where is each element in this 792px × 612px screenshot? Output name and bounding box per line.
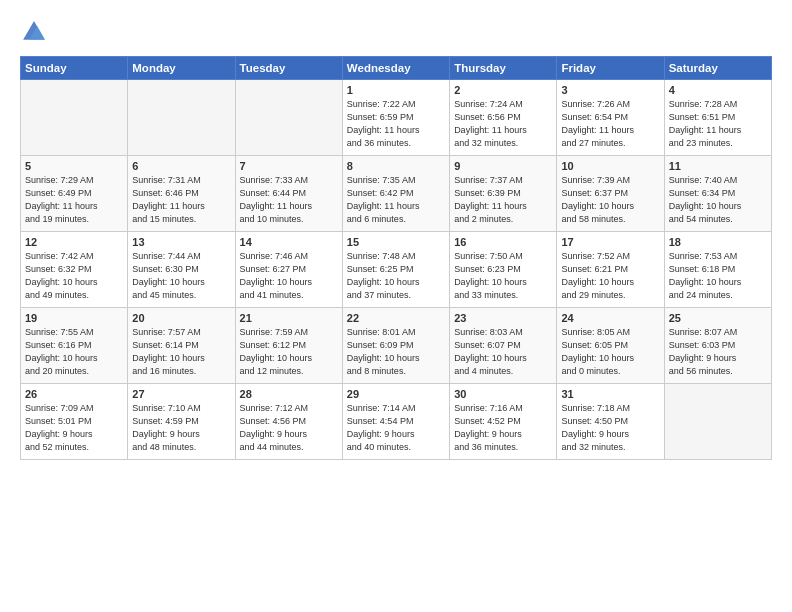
day-info: Sunrise: 7:14 AM Sunset: 4:54 PM Dayligh… (347, 402, 445, 454)
page: SundayMondayTuesdayWednesdayThursdayFrid… (0, 0, 792, 612)
day-number: 16 (454, 236, 552, 248)
day-number: 25 (669, 312, 767, 324)
day-info: Sunrise: 7:59 AM Sunset: 6:12 PM Dayligh… (240, 326, 338, 378)
logo (20, 18, 50, 46)
day-info: Sunrise: 7:18 AM Sunset: 4:50 PM Dayligh… (561, 402, 659, 454)
day-number: 11 (669, 160, 767, 172)
day-number: 28 (240, 388, 338, 400)
day-info: Sunrise: 7:16 AM Sunset: 4:52 PM Dayligh… (454, 402, 552, 454)
day-number: 15 (347, 236, 445, 248)
day-info: Sunrise: 7:53 AM Sunset: 6:18 PM Dayligh… (669, 250, 767, 302)
calendar-cell: 8Sunrise: 7:35 AM Sunset: 6:42 PM Daylig… (342, 156, 449, 232)
day-info: Sunrise: 7:24 AM Sunset: 6:56 PM Dayligh… (454, 98, 552, 150)
weekday-header-row: SundayMondayTuesdayWednesdayThursdayFrid… (21, 57, 772, 80)
day-info: Sunrise: 8:03 AM Sunset: 6:07 PM Dayligh… (454, 326, 552, 378)
day-number: 19 (25, 312, 123, 324)
day-number: 12 (25, 236, 123, 248)
calendar-cell: 10Sunrise: 7:39 AM Sunset: 6:37 PM Dayli… (557, 156, 664, 232)
day-info: Sunrise: 7:57 AM Sunset: 6:14 PM Dayligh… (132, 326, 230, 378)
day-number: 13 (132, 236, 230, 248)
calendar-cell: 5Sunrise: 7:29 AM Sunset: 6:49 PM Daylig… (21, 156, 128, 232)
calendar-cell (235, 80, 342, 156)
day-info: Sunrise: 7:26 AM Sunset: 6:54 PM Dayligh… (561, 98, 659, 150)
day-number: 10 (561, 160, 659, 172)
weekday-header-thursday: Thursday (450, 57, 557, 80)
calendar-cell: 17Sunrise: 7:52 AM Sunset: 6:21 PM Dayli… (557, 232, 664, 308)
calendar-cell: 1Sunrise: 7:22 AM Sunset: 6:59 PM Daylig… (342, 80, 449, 156)
calendar-cell: 18Sunrise: 7:53 AM Sunset: 6:18 PM Dayli… (664, 232, 771, 308)
day-number: 9 (454, 160, 552, 172)
weekday-header-friday: Friday (557, 57, 664, 80)
day-info: Sunrise: 7:52 AM Sunset: 6:21 PM Dayligh… (561, 250, 659, 302)
week-row-1: 1Sunrise: 7:22 AM Sunset: 6:59 PM Daylig… (21, 80, 772, 156)
calendar-cell: 24Sunrise: 8:05 AM Sunset: 6:05 PM Dayli… (557, 308, 664, 384)
day-number: 29 (347, 388, 445, 400)
day-info: Sunrise: 7:33 AM Sunset: 6:44 PM Dayligh… (240, 174, 338, 226)
day-number: 31 (561, 388, 659, 400)
day-number: 26 (25, 388, 123, 400)
day-number: 24 (561, 312, 659, 324)
calendar-cell: 22Sunrise: 8:01 AM Sunset: 6:09 PM Dayli… (342, 308, 449, 384)
calendar-cell: 30Sunrise: 7:16 AM Sunset: 4:52 PM Dayli… (450, 384, 557, 460)
day-number: 17 (561, 236, 659, 248)
day-number: 3 (561, 84, 659, 96)
weekday-header-wednesday: Wednesday (342, 57, 449, 80)
calendar-cell: 27Sunrise: 7:10 AM Sunset: 4:59 PM Dayli… (128, 384, 235, 460)
day-info: Sunrise: 7:50 AM Sunset: 6:23 PM Dayligh… (454, 250, 552, 302)
day-number: 4 (669, 84, 767, 96)
day-number: 14 (240, 236, 338, 248)
weekday-header-saturday: Saturday (664, 57, 771, 80)
day-info: Sunrise: 8:01 AM Sunset: 6:09 PM Dayligh… (347, 326, 445, 378)
weekday-header-sunday: Sunday (21, 57, 128, 80)
day-info: Sunrise: 7:12 AM Sunset: 4:56 PM Dayligh… (240, 402, 338, 454)
weekday-header-monday: Monday (128, 57, 235, 80)
calendar-cell: 4Sunrise: 7:28 AM Sunset: 6:51 PM Daylig… (664, 80, 771, 156)
day-info: Sunrise: 7:39 AM Sunset: 6:37 PM Dayligh… (561, 174, 659, 226)
day-info: Sunrise: 7:09 AM Sunset: 5:01 PM Dayligh… (25, 402, 123, 454)
day-info: Sunrise: 8:07 AM Sunset: 6:03 PM Dayligh… (669, 326, 767, 378)
day-info: Sunrise: 7:42 AM Sunset: 6:32 PM Dayligh… (25, 250, 123, 302)
day-info: Sunrise: 7:44 AM Sunset: 6:30 PM Dayligh… (132, 250, 230, 302)
day-number: 27 (132, 388, 230, 400)
day-info: Sunrise: 7:48 AM Sunset: 6:25 PM Dayligh… (347, 250, 445, 302)
day-info: Sunrise: 7:10 AM Sunset: 4:59 PM Dayligh… (132, 402, 230, 454)
calendar-cell: 6Sunrise: 7:31 AM Sunset: 6:46 PM Daylig… (128, 156, 235, 232)
day-number: 23 (454, 312, 552, 324)
day-number: 5 (25, 160, 123, 172)
header (20, 18, 772, 46)
day-info: Sunrise: 7:55 AM Sunset: 6:16 PM Dayligh… (25, 326, 123, 378)
calendar-cell (664, 384, 771, 460)
calendar-cell: 13Sunrise: 7:44 AM Sunset: 6:30 PM Dayli… (128, 232, 235, 308)
logo-icon (20, 18, 48, 46)
day-number: 2 (454, 84, 552, 96)
day-info: Sunrise: 7:40 AM Sunset: 6:34 PM Dayligh… (669, 174, 767, 226)
calendar-cell: 25Sunrise: 8:07 AM Sunset: 6:03 PM Dayli… (664, 308, 771, 384)
day-number: 6 (132, 160, 230, 172)
calendar-cell: 20Sunrise: 7:57 AM Sunset: 6:14 PM Dayli… (128, 308, 235, 384)
calendar-cell: 9Sunrise: 7:37 AM Sunset: 6:39 PM Daylig… (450, 156, 557, 232)
calendar-cell: 21Sunrise: 7:59 AM Sunset: 6:12 PM Dayli… (235, 308, 342, 384)
calendar-cell: 16Sunrise: 7:50 AM Sunset: 6:23 PM Dayli… (450, 232, 557, 308)
day-number: 30 (454, 388, 552, 400)
calendar-cell: 12Sunrise: 7:42 AM Sunset: 6:32 PM Dayli… (21, 232, 128, 308)
calendar-cell: 2Sunrise: 7:24 AM Sunset: 6:56 PM Daylig… (450, 80, 557, 156)
weekday-header-tuesday: Tuesday (235, 57, 342, 80)
day-info: Sunrise: 8:05 AM Sunset: 6:05 PM Dayligh… (561, 326, 659, 378)
day-number: 18 (669, 236, 767, 248)
calendar-cell: 15Sunrise: 7:48 AM Sunset: 6:25 PM Dayli… (342, 232, 449, 308)
day-number: 8 (347, 160, 445, 172)
calendar-cell: 14Sunrise: 7:46 AM Sunset: 6:27 PM Dayli… (235, 232, 342, 308)
day-info: Sunrise: 7:31 AM Sunset: 6:46 PM Dayligh… (132, 174, 230, 226)
day-number: 21 (240, 312, 338, 324)
week-row-5: 26Sunrise: 7:09 AM Sunset: 5:01 PM Dayli… (21, 384, 772, 460)
day-number: 1 (347, 84, 445, 96)
day-info: Sunrise: 7:46 AM Sunset: 6:27 PM Dayligh… (240, 250, 338, 302)
calendar-cell (128, 80, 235, 156)
calendar-cell (21, 80, 128, 156)
day-number: 22 (347, 312, 445, 324)
week-row-3: 12Sunrise: 7:42 AM Sunset: 6:32 PM Dayli… (21, 232, 772, 308)
week-row-2: 5Sunrise: 7:29 AM Sunset: 6:49 PM Daylig… (21, 156, 772, 232)
day-info: Sunrise: 7:35 AM Sunset: 6:42 PM Dayligh… (347, 174, 445, 226)
day-info: Sunrise: 7:28 AM Sunset: 6:51 PM Dayligh… (669, 98, 767, 150)
calendar-cell: 19Sunrise: 7:55 AM Sunset: 6:16 PM Dayli… (21, 308, 128, 384)
